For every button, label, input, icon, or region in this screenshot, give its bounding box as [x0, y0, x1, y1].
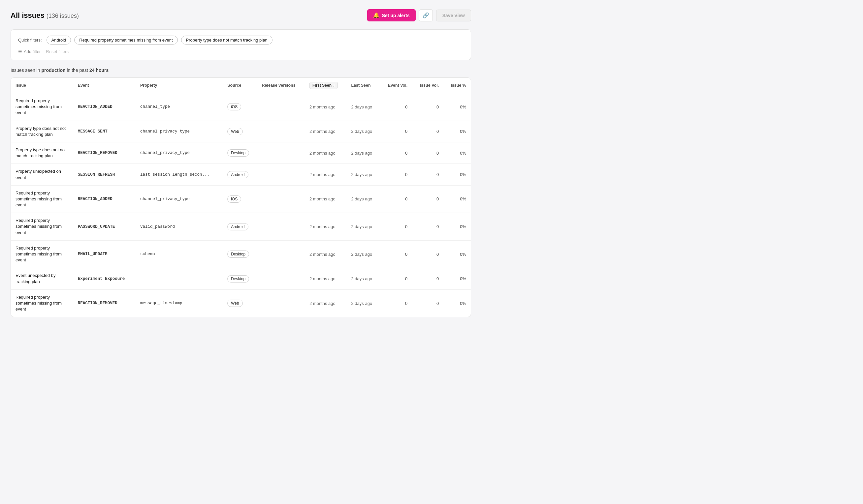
- filter-chip-required-property[interactable]: Required property sometimes missing from…: [74, 36, 177, 44]
- source: iOS: [223, 185, 257, 213]
- col-issue-vol: Issue Vol.: [412, 78, 443, 93]
- event-name: REACTION_REMOVED: [73, 142, 136, 164]
- first-seen: 2 months ago: [305, 121, 347, 142]
- first-seen: 2 months ago: [305, 93, 347, 121]
- property-name: channel_privacy_type: [136, 185, 223, 213]
- release-versions: [257, 164, 305, 185]
- source: Desktop: [223, 240, 257, 268]
- event-name: EMAIL_UPDATE: [73, 240, 136, 268]
- last-seen: 2 days ago: [347, 121, 380, 142]
- source: Web: [223, 121, 257, 142]
- event-vol: 0: [380, 240, 412, 268]
- property-name: channel_privacy_type: [136, 121, 223, 142]
- issue-vol: 0: [412, 121, 443, 142]
- source-badge: Desktop: [227, 275, 249, 283]
- col-first-seen[interactable]: First Seen ↓: [305, 78, 347, 93]
- source-badge: iOS: [227, 195, 241, 203]
- col-issue-pct: Issue %: [443, 78, 471, 93]
- property-name: [136, 268, 223, 289]
- property-name: message_timestamp: [136, 289, 223, 317]
- source: Web: [223, 289, 257, 317]
- table-row[interactable]: Event unexpected by tracking planExperim…: [11, 268, 471, 289]
- issue-type: Required property sometimes missing from…: [11, 213, 73, 241]
- event-vol: 0: [380, 164, 412, 185]
- issue-type: Property type does not not match trackin…: [11, 121, 73, 142]
- release-versions: [257, 185, 305, 213]
- table-row[interactable]: Property unexpected on eventSESSION_REFR…: [11, 164, 471, 185]
- issue-pct: 0%: [443, 240, 471, 268]
- source-badge: Desktop: [227, 250, 249, 258]
- filter-chip-android[interactable]: Android: [47, 36, 71, 44]
- table-row[interactable]: Required property sometimes missing from…: [11, 213, 471, 241]
- property-name: last_session_length_secon...: [136, 164, 223, 185]
- issue-pct: 0%: [443, 213, 471, 241]
- source: Desktop: [223, 142, 257, 164]
- first-seen: 2 months ago: [305, 268, 347, 289]
- event-vol: 0: [380, 142, 412, 164]
- issue-pct: 0%: [443, 268, 471, 289]
- issues-table-wrapper: Issue Event Property Source Release vers…: [11, 77, 471, 317]
- first-seen: 2 months ago: [305, 164, 347, 185]
- filter-chip-property-type[interactable]: Property type does not match tracking pl…: [181, 36, 273, 44]
- filter-icon: ☰: [18, 49, 22, 54]
- issue-pct: 0%: [443, 142, 471, 164]
- last-seen: 2 days ago: [347, 142, 380, 164]
- table-row[interactable]: Required property sometimes missing from…: [11, 93, 471, 121]
- issue-vol: 0: [412, 240, 443, 268]
- event-name: SESSION_REFRESH: [73, 164, 136, 185]
- last-seen: 2 days ago: [347, 185, 380, 213]
- first-seen: 2 months ago: [305, 289, 347, 317]
- issue-count: (136 issues): [47, 13, 79, 19]
- sort-desc-icon: ↓: [333, 83, 335, 88]
- issue-pct: 0%: [443, 164, 471, 185]
- col-event-vol: Event Vol.: [380, 78, 412, 93]
- first-seen: 2 months ago: [305, 142, 347, 164]
- first-seen: 2 months ago: [305, 240, 347, 268]
- issue-vol: 0: [412, 289, 443, 317]
- issue-pct: 0%: [443, 185, 471, 213]
- event-vol: 0: [380, 121, 412, 142]
- source: Android: [223, 164, 257, 185]
- table-row[interactable]: Property type does not not match trackin…: [11, 121, 471, 142]
- issue-vol: 0: [412, 93, 443, 121]
- issue-type: Property type does not not match trackin…: [11, 142, 73, 164]
- quick-filters-label: Quick filters:: [18, 38, 42, 42]
- copy-link-button[interactable]: 🔗: [419, 9, 433, 22]
- table-row[interactable]: Property type does not not match trackin…: [11, 142, 471, 164]
- event-name: Experiment Exposure: [73, 268, 136, 289]
- first-seen: 2 months ago: [305, 185, 347, 213]
- col-property: Property: [136, 78, 223, 93]
- add-filter-button[interactable]: ☰ Add filter: [18, 49, 40, 54]
- release-versions: [257, 268, 305, 289]
- table-row[interactable]: Required property sometimes missing from…: [11, 289, 471, 317]
- issue-pct: 0%: [443, 93, 471, 121]
- issue-vol: 0: [412, 268, 443, 289]
- issue-vol: 0: [412, 213, 443, 241]
- source-badge: Desktop: [227, 149, 249, 157]
- property-name: channel_privacy_type: [136, 142, 223, 164]
- col-source: Source: [223, 78, 257, 93]
- table-row[interactable]: Required property sometimes missing from…: [11, 240, 471, 268]
- first-seen-sort-badge: First Seen ↓: [310, 82, 338, 89]
- issue-vol: 0: [412, 185, 443, 213]
- issue-type: Event unexpected by tracking plan: [11, 268, 73, 289]
- save-view-button[interactable]: Save View: [436, 10, 471, 22]
- last-seen: 2 days ago: [347, 213, 380, 241]
- reset-filters-button[interactable]: Reset filters: [46, 49, 68, 54]
- table-row[interactable]: Required property sometimes missing from…: [11, 185, 471, 213]
- issue-type: Required property sometimes missing from…: [11, 289, 73, 317]
- issue-type: Property unexpected on event: [11, 164, 73, 185]
- source-badge: Android: [227, 223, 248, 230]
- event-name: MESSAGE_SENT: [73, 121, 136, 142]
- release-versions: [257, 289, 305, 317]
- setup-alerts-button[interactable]: 🔔 Set up alerts: [367, 9, 416, 22]
- release-versions: [257, 213, 305, 241]
- event-vol: 0: [380, 185, 412, 213]
- header-actions: 🔔 Set up alerts 🔗 Save View: [367, 9, 471, 22]
- page-title: All issues (136 issues): [11, 11, 79, 20]
- col-issue: Issue: [11, 78, 73, 93]
- event-vol: 0: [380, 93, 412, 121]
- issue-pct: 0%: [443, 289, 471, 317]
- quick-filters-row: Quick filters: Android Required property…: [18, 36, 463, 44]
- issues-table: Issue Event Property Source Release vers…: [11, 78, 471, 317]
